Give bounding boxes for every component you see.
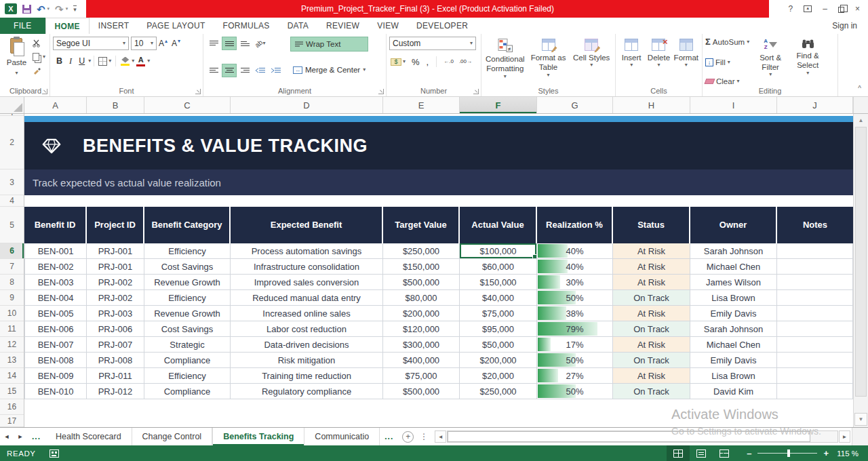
decrease-decimal-button[interactable]: .00→: [458, 59, 473, 64]
scroll-up-icon[interactable]: ▲: [854, 114, 868, 126]
cut-button[interactable]: [31, 38, 47, 49]
ribbon-tab-review[interactable]: REVIEW: [317, 18, 368, 34]
percent-style-button[interactable]: %: [410, 57, 422, 67]
sheet-tab-communicatio[interactable]: Communicatio: [304, 428, 380, 445]
cell-D9[interactable]: Reduced manual data entry: [231, 290, 383, 306]
cell-B13[interactable]: PRJ-008: [87, 353, 144, 368]
undo-icon[interactable]: ↶: [37, 4, 45, 14]
borders-button[interactable]: ▾: [97, 56, 113, 66]
find-select-button[interactable]: Find & Select ▾: [789, 37, 827, 85]
cell-E12[interactable]: $300,000: [383, 337, 460, 353]
cell-F7[interactable]: $60,000: [460, 259, 537, 275]
macro-record-icon[interactable]: [50, 449, 59, 458]
cell-F15[interactable]: $250,000: [460, 384, 537, 399]
column-header-F[interactable]: F: [460, 97, 537, 113]
scroll-right-icon[interactable]: ►: [839, 430, 850, 443]
row-header-13[interactable]: 13: [0, 353, 24, 368]
cell-A9[interactable]: BEN-004: [24, 290, 87, 306]
status-badge-H11[interactable]: On Track: [613, 321, 690, 337]
cell-D6[interactable]: Process automation savings: [231, 243, 383, 259]
cell-D15[interactable]: Regulatory compliance: [231, 384, 383, 399]
row-header-12[interactable]: 12: [0, 337, 24, 353]
cell-G14[interactable]: 27%: [537, 368, 613, 384]
cell-J13[interactable]: [777, 353, 853, 368]
cell-C11[interactable]: Cost Savings: [144, 321, 231, 337]
restore-down-icon[interactable]: [838, 7, 844, 13]
cell-I10[interactable]: Emily Davis: [690, 306, 777, 321]
cell-B12[interactable]: PRJ-007: [87, 337, 144, 353]
cell-B15[interactable]: PRJ-012: [87, 384, 144, 399]
cell-C10[interactable]: Revenue Growth: [144, 306, 231, 321]
cell-D13[interactable]: Risk mitigation: [231, 353, 383, 368]
grow-font-button[interactable]: A▴: [157, 39, 170, 48]
cell-G15[interactable]: 50%: [537, 384, 613, 399]
cell-F12[interactable]: $50,000: [460, 337, 537, 353]
cell-F14[interactable]: $20,000: [460, 368, 537, 384]
row-header-3[interactable]: 3: [0, 169, 24, 195]
cell-E13[interactable]: $400,000: [383, 353, 460, 368]
align-left-button[interactable]: [206, 64, 221, 77]
sign-in-link[interactable]: Sign in: [832, 18, 868, 34]
status-badge-H10[interactable]: At Risk: [613, 306, 690, 321]
cell-A6[interactable]: BEN-001: [24, 243, 87, 259]
format-as-table-button[interactable]: Format as Table ▾: [528, 37, 570, 85]
zoom-slider-thumb[interactable]: [787, 449, 790, 457]
vertical-scroll-track[interactable]: [854, 126, 868, 412]
cell-I13[interactable]: Emily Davis: [690, 353, 777, 368]
cell-B14[interactable]: PRJ-011: [87, 368, 144, 384]
column-header-G[interactable]: G: [537, 97, 613, 113]
sort-filter-button[interactable]: AZ Sort & Filter ▾: [752, 37, 789, 85]
cell-A10[interactable]: BEN-005: [24, 306, 87, 321]
sheet-overflow-right[interactable]: ...: [380, 428, 398, 445]
new-sheet-icon[interactable]: +: [402, 431, 414, 443]
ribbon-tab-page-layout[interactable]: PAGE LAYOUT: [138, 18, 214, 34]
cell-G6[interactable]: 40%: [537, 243, 613, 259]
ribbon-tab-insert[interactable]: INSERT: [90, 18, 138, 34]
increase-decimal-button[interactable]: ←.0: [442, 59, 455, 64]
cell-C8[interactable]: Revenue Growth: [144, 275, 231, 290]
sheet-tab-menu-icon[interactable]: ⋮: [420, 432, 428, 441]
cell-B10[interactable]: PRJ-003: [87, 306, 144, 321]
cell-J12[interactable]: [777, 337, 853, 353]
cell-G10[interactable]: 38%: [537, 306, 613, 321]
scroll-down-icon[interactable]: ▼: [854, 413, 867, 426]
copy-button[interactable]: ▾: [31, 52, 47, 62]
underline-caret-icon[interactable]: ▾: [88, 58, 91, 64]
cell-B8[interactable]: PRJ-002: [87, 275, 144, 290]
delete-cells-button[interactable]: Delete ▾: [646, 37, 671, 85]
redo-caret-icon[interactable]: ▾: [66, 6, 68, 12]
sheet-nav-left-icon[interactable]: ◄: [0, 428, 14, 445]
conditional-formatting-button[interactable]: ≠ Conditional Formatting ▾: [484, 37, 526, 85]
column-header-D[interactable]: D: [231, 97, 383, 113]
redo-icon[interactable]: ↷: [55, 4, 64, 14]
ribbon-tab-home[interactable]: HOME: [45, 18, 90, 34]
status-badge-H14[interactable]: At Risk: [613, 368, 690, 384]
cell-F13[interactable]: $200,000: [460, 353, 537, 368]
cell-I7[interactable]: Michael Chen: [690, 259, 777, 275]
cell-E14[interactable]: $75,000: [383, 368, 460, 384]
align-top-button[interactable]: [206, 37, 221, 50]
sheet-tab-health-scorecard[interactable]: Health Scorecard: [45, 428, 132, 445]
column-header-J[interactable]: J: [777, 97, 853, 113]
horizontal-scrollbar[interactable]: ◄ ►: [432, 428, 852, 445]
status-badge-H8[interactable]: At Risk: [613, 275, 690, 290]
cell-A15[interactable]: BEN-010: [24, 384, 87, 399]
fill-button[interactable]: ↓ Fill ▾: [705, 58, 749, 66]
cell-B11[interactable]: PRJ-006: [87, 321, 144, 337]
ribbon-tab-data[interactable]: DATA: [279, 18, 317, 34]
cell-I9[interactable]: Lisa Brown: [690, 290, 777, 306]
cell-E7[interactable]: $150,000: [383, 259, 460, 275]
cell-E8[interactable]: $500,000: [383, 275, 460, 290]
cell-I15[interactable]: David Kim: [690, 384, 777, 399]
cell-I8[interactable]: James Wilson: [690, 275, 777, 290]
font-name-select[interactable]: Segoe UI ▾: [53, 37, 129, 50]
zoom-out-icon[interactable]: –: [747, 448, 751, 458]
excel-logo-icon[interactable]: X: [5, 3, 17, 14]
cell-D8[interactable]: Improved sales conversion: [231, 275, 383, 290]
autosum-button[interactable]: Σ AutoSum ▾: [705, 37, 749, 47]
row-header-14[interactable]: 14: [0, 368, 24, 384]
cell-F11[interactable]: $95,000: [460, 321, 537, 337]
cell-C7[interactable]: Cost Savings: [144, 259, 231, 275]
merge-center-button[interactable]: ↔ Merge & Center ▾: [290, 62, 368, 77]
close-icon[interactable]: ×: [855, 4, 860, 14]
